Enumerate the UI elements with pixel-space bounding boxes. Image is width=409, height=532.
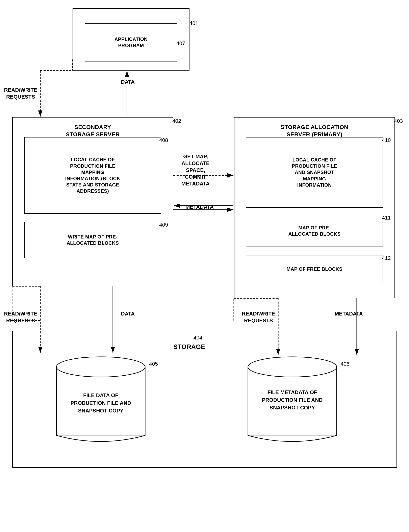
local-cache-secondary-box: LOCAL CACHE OFPRODUCTION FILEMAPPINGINFO…: [24, 137, 161, 214]
storage-box: [12, 331, 397, 468]
local-cache-secondary-label: LOCAL CACHE OFPRODUCTION FILEMAPPINGINFO…: [65, 157, 120, 194]
ref-410: 410: [382, 137, 391, 143]
ref-408: 408: [159, 137, 168, 143]
secondary-server-label: SECONDARYSTORAGE SERVER: [13, 124, 173, 138]
read-write-bottom-left-label: READ/WRITEREQUESTS: [4, 310, 37, 324]
read-write-left-label: READ/WRITEREQUESTS: [4, 87, 37, 100]
map-preallocated-box: MAP OF PRE-ALLOCATED BLOCKS: [246, 215, 383, 247]
ref-402: 402: [172, 118, 181, 124]
write-map-box: WRITE MAP OF PRE-ALLOCATED BLOCKS: [24, 222, 161, 258]
storage-alloc-label: STORAGE ALLOCATIONSERVER (PRIMARY): [234, 124, 394, 138]
write-map-label: WRITE MAP OF PRE-ALLOCATED BLOCKS: [66, 234, 119, 246]
data-down-label: DATA: [121, 79, 135, 85]
map-free-box: MAP OF FREE BLOCKS: [246, 255, 383, 283]
app-program-label: APPLICATIONPROGRAM: [114, 36, 148, 49]
metadata-back-label: METADATA: [186, 204, 214, 210]
diagram: CLIENT 401 APPLICATIONPROGRAM 407 SECOND…: [0, 0, 409, 532]
ref-403: 403: [394, 118, 403, 124]
ref-411: 411: [382, 215, 391, 221]
ref-409: 409: [159, 222, 168, 228]
get-map-label: GET MAP,ALLOCATESPACE,COMMITMETADATA: [181, 153, 210, 187]
ref-412: 412: [382, 255, 391, 261]
local-cache-primary-box: LOCAL CACHE OFPRODUCTION FILEAND SNAPSHO…: [246, 137, 383, 208]
app-program-box: APPLICATIONPROGRAM: [85, 23, 177, 62]
read-write-bottom-right-label: READ/WRITEREQUESTS: [242, 310, 275, 324]
ref-407: 407: [176, 40, 185, 47]
local-cache-primary-label: LOCAL CACHE OFPRODUCTION FILEAND SNAPSHO…: [292, 157, 337, 188]
map-preallocated-label: MAP OF PRE-ALLOCATED BLOCKS: [288, 224, 340, 237]
metadata-right-label: METADATA: [335, 310, 363, 317]
ref-401: 401: [189, 20, 198, 26]
data-bottom-label: DATA: [121, 310, 135, 317]
map-free-label: MAP OF FREE BLOCKS: [287, 266, 343, 272]
